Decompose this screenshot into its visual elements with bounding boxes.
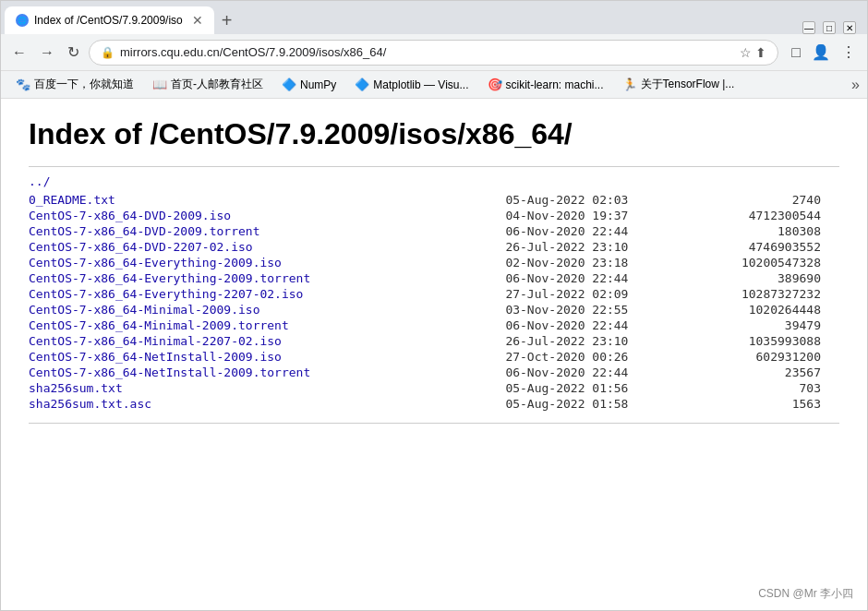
file-size-cell: 180308 (706, 223, 839, 239)
file-name-cell[interactable]: CentOS-7-x86_64-Minimal-2009.torrent (29, 317, 505, 333)
file-name-cell[interactable]: CentOS-7-x86_64-Everything-2207-02.iso (29, 286, 505, 302)
bookmark-tensorflow-icon: 🏃 (622, 78, 637, 91)
bookmark-baidu-label: 百度一下，你就知道 (34, 77, 134, 92)
bookmark-numpy-icon: 🔷 (282, 78, 296, 91)
table-row: CentOS-7-x86_64-Everything-2009.iso 02-N… (29, 255, 839, 270)
file-name-cell[interactable]: CentOS-7-x86_64-Everything-2009.iso (29, 255, 505, 270)
bookmark-numpy[interactable]: 🔷 NumPy (274, 76, 344, 93)
page-title: Index of /CentOS/7.9.2009/isos/x86_64/ (29, 117, 839, 151)
file-link[interactable]: sha256sum.txt (29, 381, 123, 395)
tab-close-button[interactable]: ✕ (192, 13, 203, 28)
table-row: CentOS-7-x86_64-DVD-2207-02.iso 26-Jul-2… (29, 239, 839, 255)
file-link[interactable]: CentOS-7-x86_64-DVD-2009.torrent (29, 224, 259, 238)
tab-search-button[interactable]: □ (788, 41, 804, 65)
bookmark-star-button[interactable]: ☆ (740, 45, 752, 60)
file-size-cell: 703 (706, 380, 839, 396)
file-link[interactable]: CentOS-7-x86_64-Everything-2009.torrent (29, 271, 310, 285)
file-name-cell[interactable]: CentOS-7-x86_64-DVD-2009.iso (29, 208, 505, 223)
top-divider (29, 166, 839, 167)
toolbar-actions: □ 👤 ⋮ (788, 40, 860, 65)
bookmark-tensorflow[interactable]: 🏃 关于TensorFlow |... (615, 75, 742, 94)
table-row: CentOS-7-x86_64-Minimal-2207-02.iso 26-J… (29, 333, 839, 349)
file-name-cell[interactable]: sha256sum.txt (29, 380, 505, 396)
file-name-cell[interactable]: CentOS-7-x86_64-Minimal-2207-02.iso (29, 333, 505, 349)
file-date-cell: 02-Nov-2020 23:18 (505, 255, 705, 270)
page-content: Index of /CentOS/7.9.2009/isos/x86_64/ .… (1, 99, 867, 610)
table-row: sha256sum.txt 05-Aug-2022 01:56 703 (29, 380, 839, 396)
file-size-cell: 1035993088 (706, 333, 839, 349)
bookmarks-more-button[interactable]: » (851, 77, 860, 93)
table-row: CentOS-7-x86_64-Minimal-2009.torrent 06-… (29, 317, 839, 333)
file-date-cell: 04-Nov-2020 19:37 (505, 208, 705, 223)
parent-link-anchor[interactable]: ../ (29, 174, 50, 188)
url-text: mirrors.cqu.edu.cn/CentOS/7.9.2009/isos/… (120, 45, 734, 59)
file-link[interactable]: CentOS-7-x86_64-NetInstall-2009.torrent (29, 365, 310, 379)
active-tab[interactable]: 🌐 Index of /CentOS/7.9.2009/iso ✕ (5, 6, 214, 34)
file-name-cell[interactable]: CentOS-7-x86_64-DVD-2207-02.iso (29, 239, 505, 255)
file-name-cell[interactable]: CentOS-7-x86_64-NetInstall-2009.iso (29, 349, 505, 365)
bookmark-renyu-icon: 📖 (152, 78, 167, 91)
maximize-button[interactable]: □ (823, 21, 836, 34)
file-link[interactable]: CentOS-7-x86_64-DVD-2009.iso (29, 209, 231, 222)
file-name-cell[interactable]: CentOS-7-x86_64-Minimal-2009.iso (29, 302, 505, 317)
file-name-cell[interactable]: CentOS-7-x86_64-Everything-2009.torrent (29, 270, 505, 286)
bookmark-renyu[interactable]: 📖 首页-人邮教育社区 (145, 75, 271, 94)
bookmark-matplotlib[interactable]: 🔷 Matplotlib — Visu... (347, 76, 476, 93)
file-size-cell: 1563 (706, 396, 839, 412)
file-date-cell: 06-Nov-2020 22:44 (505, 270, 705, 286)
file-date-cell: 05-Aug-2022 01:58 (505, 396, 705, 412)
bookmark-sklearn[interactable]: 🎯 scikit-learn: machi... (480, 76, 611, 93)
menu-button[interactable]: ⋮ (838, 40, 860, 65)
file-name-cell[interactable]: CentOS-7-x86_64-DVD-2009.torrent (29, 223, 505, 239)
browser-window: 🌐 Index of /CentOS/7.9.2009/iso ✕ + — □ … (0, 0, 868, 611)
file-name-cell[interactable]: CentOS-7-x86_64-NetInstall-2009.torrent (29, 365, 505, 380)
bookmarks-bar: 🐾 百度一下，你就知道 📖 首页-人邮教育社区 🔷 NumPy 🔷 Matplo… (1, 71, 867, 99)
bookmark-renyu-label: 首页-人邮教育社区 (171, 77, 263, 92)
file-link[interactable]: sha256sum.txt.asc (29, 397, 151, 411)
file-size-cell: 10200547328 (706, 255, 839, 270)
file-date-cell: 05-Aug-2022 02:03 (505, 192, 705, 208)
file-link[interactable]: 0_README.txt (29, 193, 115, 207)
table-row: CentOS-7-x86_64-NetInstall-2009.torrent … (29, 365, 839, 380)
file-link[interactable]: CentOS-7-x86_64-Everything-2009.iso (29, 256, 282, 270)
file-date-cell: 03-Nov-2020 22:55 (505, 302, 705, 317)
share-button[interactable]: ⬆ (755, 45, 766, 60)
file-size-cell: 602931200 (706, 349, 839, 365)
close-button[interactable]: ✕ (843, 21, 856, 34)
bookmark-tensorflow-label: 关于TensorFlow |... (641, 77, 735, 92)
bookmark-numpy-label: NumPy (300, 78, 336, 91)
file-date-cell: 06-Nov-2020 22:44 (505, 317, 705, 333)
file-link[interactable]: CentOS-7-x86_64-DVD-2207-02.iso (29, 240, 253, 254)
url-bar[interactable]: 🔒 mirrors.cqu.edu.cn/CentOS/7.9.2009/iso… (89, 40, 778, 66)
profile-button[interactable]: 👤 (808, 40, 834, 65)
parent-directory-link[interactable]: ../ (29, 174, 839, 188)
file-link[interactable]: CentOS-7-x86_64-Minimal-2009.torrent (29, 318, 289, 332)
forward-button[interactable]: → (36, 41, 58, 65)
table-row: CentOS-7-x86_64-Everything-2009.torrent … (29, 270, 839, 286)
file-link[interactable]: CentOS-7-x86_64-Minimal-2009.iso (29, 303, 259, 317)
file-date-cell: 27-Jul-2022 02:09 (505, 286, 705, 302)
lock-icon: 🔒 (101, 46, 115, 59)
new-tab-button[interactable]: + (214, 6, 240, 34)
bookmark-baidu[interactable]: 🐾 百度一下，你就知道 (8, 75, 141, 94)
address-bar: ← → ↻ 🔒 mirrors.cqu.edu.cn/CentOS/7.9.20… (1, 34, 867, 71)
file-date-cell: 05-Aug-2022 01:56 (505, 380, 705, 396)
file-size-cell: 4712300544 (706, 208, 839, 223)
reload-button[interactable]: ↻ (64, 40, 83, 65)
file-link[interactable]: CentOS-7-x86_64-NetInstall-2009.iso (29, 350, 282, 364)
minimize-button[interactable]: — (802, 21, 815, 34)
tab-bar: 🌐 Index of /CentOS/7.9.2009/iso ✕ + — □ … (1, 1, 867, 34)
file-link[interactable]: CentOS-7-x86_64-Everything-2207-02.iso (29, 287, 303, 301)
file-listing: ../ 0_README.txt 05-Aug-2022 02:03 2740 … (29, 174, 839, 412)
tab-favicon: 🌐 (16, 14, 29, 27)
file-date-cell: 06-Nov-2020 22:44 (505, 365, 705, 380)
file-name-cell[interactable]: 0_README.txt (29, 192, 505, 208)
table-row: CentOS-7-x86_64-DVD-2009.iso 04-Nov-2020… (29, 208, 839, 223)
file-name-cell[interactable]: sha256sum.txt.asc (29, 396, 505, 412)
file-size-cell: 23567 (706, 365, 839, 380)
bookmark-sklearn-label: scikit-learn: machi... (506, 78, 604, 91)
file-link[interactable]: CentOS-7-x86_64-Minimal-2207-02.iso (29, 334, 282, 348)
file-size-cell: 1020264448 (706, 302, 839, 317)
file-date-cell: 06-Nov-2020 22:44 (505, 223, 705, 239)
back-button[interactable]: ← (8, 41, 30, 65)
